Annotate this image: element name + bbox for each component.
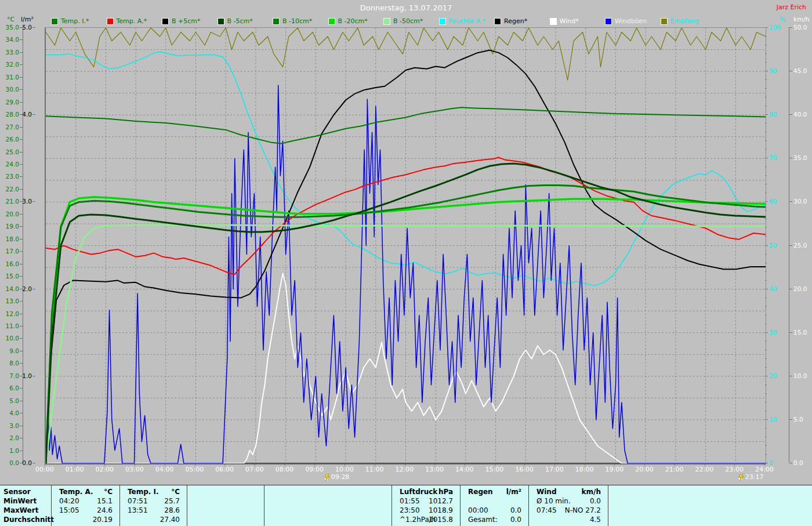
stats-separator	[392, 485, 392, 526]
legend-item-b-20cm: B -20cm*	[328, 17, 368, 25]
axis-tick	[32, 289, 35, 289]
stats-row-label: Sensor	[3, 488, 31, 496]
axis-tick	[32, 376, 35, 376]
axis-tick	[20, 39, 23, 40]
temp-axis-label: 29.0	[0, 99, 19, 106]
axis-tick	[20, 438, 23, 438]
temp-axis-label: 14.0	[0, 285, 19, 292]
legend-item-feuchte-a: Feuchte A.*	[439, 17, 485, 25]
temp-axis-label: 34.0	[0, 36, 19, 43]
temp-axis-label: 22.0	[0, 186, 19, 193]
legend-item-empfang: Empfang	[661, 17, 699, 25]
humidity-axis-label: 60	[769, 198, 782, 205]
time-tick	[224, 463, 225, 466]
legend-swatch-icon	[439, 18, 446, 25]
legend-swatch-icon	[107, 18, 114, 25]
gridlines	[46, 28, 766, 463]
time-label: 09:00	[305, 466, 324, 473]
time-tick	[734, 463, 735, 466]
time-tick	[465, 463, 465, 466]
legend-swatch-icon	[273, 18, 280, 25]
time-label: 00:00	[35, 466, 54, 473]
temp-axis-label: 4.0	[0, 409, 19, 416]
wind-axis-label: 10.0	[793, 372, 811, 379]
stats-value: 20.19	[52, 516, 113, 524]
axis-tick	[32, 27, 35, 28]
time-tick	[675, 463, 675, 466]
temp-axis-label: 27.0	[0, 124, 19, 130]
time-tick	[345, 463, 345, 466]
axis-tick	[789, 332, 792, 333]
axis-tick	[20, 401, 23, 401]
temp-axis-label: 8.0	[0, 360, 19, 367]
legend-item-wind: Wind*	[550, 17, 579, 25]
axis-tick	[20, 52, 23, 53]
legend-label: Feuchte A.*	[449, 17, 485, 25]
stats-value: N-NO 27.2	[530, 506, 601, 514]
temp-axis-label: 26.0	[0, 136, 19, 143]
temp-axis-label: 10.0	[0, 335, 19, 342]
stats-unit-wind: km/h	[530, 488, 601, 496]
stats-value: 24.6	[52, 506, 113, 514]
legend-label: Temp. I.*	[61, 17, 89, 25]
axis-tick	[20, 264, 23, 264]
temp-axis-label: 25.0	[0, 148, 19, 155]
temp-axis-label: 35.0	[0, 24, 19, 31]
wind-axis-label: 5.0	[793, 416, 811, 423]
legend-swatch-icon	[51, 18, 58, 25]
event-marker: 09:28	[324, 473, 350, 481]
time-label: 21:00	[665, 466, 684, 473]
legend-label: Regen*	[504, 17, 527, 25]
stats-value: 1012.7	[393, 497, 453, 505]
legend-swatch-icon	[494, 18, 501, 25]
legend-item-b-5cm: B -5cm*	[217, 17, 253, 25]
temp-axis-label: 7.0	[0, 372, 19, 379]
wind-axis-label: 20.0	[793, 285, 811, 292]
legend-label: Windböen	[615, 17, 647, 25]
wind-axis-label: 15.0	[793, 329, 811, 336]
legend-item-b-10cm: B -10cm*	[273, 17, 312, 25]
humidity-axis-label: 70	[769, 154, 782, 161]
time-label: 06:00	[215, 466, 234, 473]
temp-axis-label: 20.0	[0, 211, 19, 217]
temp-axis-label: 31.0	[0, 74, 19, 81]
legend-label: B -50cm*	[393, 17, 423, 25]
axis-tick	[789, 289, 792, 289]
temp-axis-label: 23.0	[0, 173, 19, 180]
time-tick	[554, 463, 555, 466]
stats-separator	[51, 485, 52, 526]
temp-axis-label: 2.0	[0, 434, 19, 441]
axis-tick	[789, 71, 792, 71]
stats-value: 1015.8	[393, 516, 453, 524]
axis-tick	[789, 114, 792, 115]
axis-tick	[20, 326, 23, 327]
chart-legend: Temp. I.*Temp. A.*B +5cm*B -5cm*B -10cm*…	[0, 17, 812, 27]
temp-axis-label: 0.0	[0, 459, 19, 466]
time-label: 03:00	[125, 466, 144, 473]
axis-tick	[20, 413, 23, 413]
legend-item-b-5cm: B +5cm*	[162, 17, 201, 25]
humidity-axis-label: 50	[769, 242, 782, 249]
stats-value: 1018.9	[393, 506, 453, 514]
rain-axis-label: 0.0	[17, 459, 32, 466]
time-label: 10:00	[335, 466, 354, 473]
stats-value: 0.0	[461, 516, 521, 524]
time-tick	[45, 463, 45, 466]
wind-axis-label: 25.0	[793, 242, 811, 249]
time-label: 14:00	[455, 466, 474, 473]
time-tick	[434, 463, 435, 466]
event-marker-label: 09:28	[331, 473, 350, 481]
axis-tick	[20, 314, 23, 314]
temp-axis-label: 30.0	[0, 86, 19, 93]
time-tick	[255, 463, 255, 466]
temp-axis-label: 18.0	[0, 235, 19, 242]
stats-value: 25.7	[121, 497, 180, 505]
legend-swatch-icon	[605, 18, 612, 25]
axis-tick	[789, 463, 792, 463]
stats-row-label: Durchschnitt	[3, 516, 54, 524]
temp-axis-label: 9.0	[0, 347, 19, 354]
stats-value: 27.40	[121, 516, 180, 524]
time-tick	[104, 463, 105, 466]
axis-tick	[20, 189, 23, 190]
time-label: 02:00	[95, 466, 114, 473]
